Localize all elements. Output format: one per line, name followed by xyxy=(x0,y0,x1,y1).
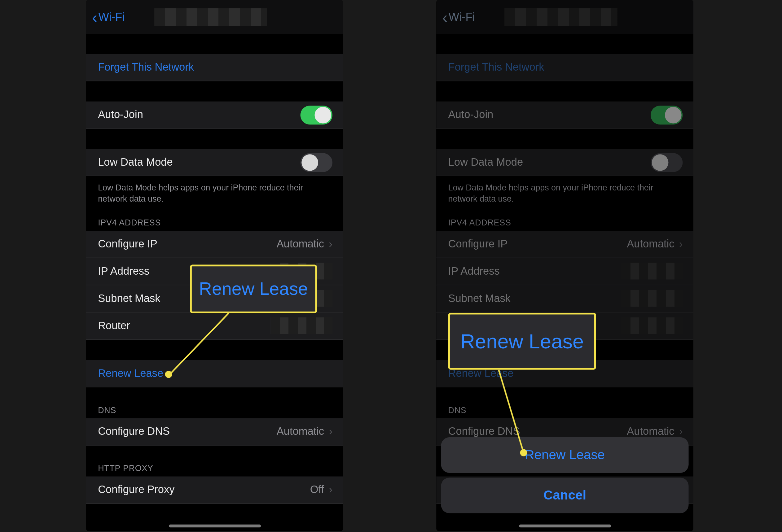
section-header-ipv4: IPV4 ADDRESS xyxy=(86,211,343,231)
sheet-cancel-button[interactable]: Cancel xyxy=(441,478,689,513)
configure-dns-label: Configure DNS xyxy=(98,425,170,438)
phone-left: ‹ Wi-Fi Forget This Network Auto-Join Lo… xyxy=(86,0,343,531)
configure-ip-value: Automatic xyxy=(277,238,324,250)
configure-dns-value: Automatic xyxy=(627,425,674,438)
subnet-mask-cell: Subnet Mask xyxy=(436,285,694,312)
chevron-right-icon: › xyxy=(329,238,332,250)
back-label: Wi-Fi xyxy=(98,10,125,24)
subnet-value-redacted xyxy=(271,290,332,307)
nav-header: ‹ Wi-Fi xyxy=(436,0,694,34)
home-indicator[interactable] xyxy=(169,525,260,528)
renew-lease-label: Renew Lease xyxy=(448,367,514,380)
configure-proxy-cell[interactable]: Configure Proxy Off› xyxy=(86,476,343,503)
configure-ip-label: Configure IP xyxy=(98,238,157,250)
configure-dns-cell[interactable]: Configure DNS Automatic› xyxy=(86,418,343,445)
auto-join-toggle[interactable] xyxy=(651,105,682,124)
forget-network-label: Forget This Network xyxy=(98,61,194,73)
configure-proxy-value: Off xyxy=(310,483,324,496)
configure-dns-value: Automatic xyxy=(277,425,324,438)
forget-network-label: Forget This Network xyxy=(448,61,544,73)
renew-lease-cell[interactable]: Renew Lease xyxy=(436,360,694,387)
chevron-right-icon: › xyxy=(329,483,332,496)
network-name-redacted xyxy=(505,8,617,26)
configure-ip-label: Configure IP xyxy=(448,238,508,250)
low-data-label: Low Data Mode xyxy=(448,156,523,168)
section-header-proxy: HTTP PROXY xyxy=(86,445,343,476)
auto-join-toggle[interactable] xyxy=(300,105,332,124)
section-header-dns: DNS xyxy=(86,387,343,418)
subnet-value-redacted xyxy=(621,290,682,307)
renew-lease-cell[interactable]: Renew Lease xyxy=(86,360,343,387)
low-data-footnote: Low Data Mode helps apps on your iPhone … xyxy=(436,176,694,211)
router-value-redacted xyxy=(621,318,682,335)
section-header-ipv4: IPV4 ADDRESS xyxy=(436,211,694,231)
subnet-label: Subnet Mask xyxy=(98,292,160,305)
action-sheet: Renew Lease Cancel xyxy=(441,437,689,513)
forget-network-cell[interactable]: Forget This Network xyxy=(436,54,694,81)
back-button[interactable]: ‹ Wi-Fi xyxy=(92,9,125,25)
ip-address-cell: IP Address xyxy=(86,258,343,285)
router-label: Router xyxy=(98,319,130,332)
chevron-right-icon: › xyxy=(679,425,682,438)
ip-value-redacted xyxy=(271,263,332,280)
ip-address-label: IP Address xyxy=(448,265,500,277)
sheet-cancel-label: Cancel xyxy=(543,488,586,503)
router-cell: Router xyxy=(86,312,343,340)
auto-join-cell[interactable]: Auto-Join xyxy=(436,102,694,129)
section-header-dns: DNS xyxy=(436,387,694,418)
configure-ip-value: Automatic xyxy=(627,238,674,250)
network-name-redacted xyxy=(154,8,267,26)
low-data-toggle[interactable] xyxy=(300,153,332,172)
subnet-label: Subnet Mask xyxy=(448,292,510,305)
ip-value-redacted xyxy=(621,263,682,280)
low-data-label: Low Data Mode xyxy=(98,156,173,168)
chevron-right-icon: › xyxy=(679,238,682,250)
back-button[interactable]: ‹ Wi-Fi xyxy=(442,9,475,25)
low-data-cell[interactable]: Low Data Mode xyxy=(86,149,343,176)
configure-proxy-label: Configure Proxy xyxy=(98,483,174,496)
router-value-redacted xyxy=(271,318,332,335)
back-label: Wi-Fi xyxy=(449,10,475,24)
configure-ip-cell[interactable]: Configure IP Automatic› xyxy=(436,231,694,258)
subnet-mask-cell: Subnet Mask xyxy=(86,285,343,312)
router-label: Router xyxy=(448,319,481,332)
home-indicator[interactable] xyxy=(519,525,611,528)
auto-join-cell[interactable]: Auto-Join xyxy=(86,102,343,129)
forget-network-cell[interactable]: Forget This Network xyxy=(86,54,343,81)
router-cell: Router xyxy=(436,312,694,340)
sheet-renew-lease-button[interactable]: Renew Lease xyxy=(441,437,689,473)
phone-right: ‹ Wi-Fi Forget This Network Auto-Join Lo… xyxy=(436,0,694,531)
configure-ip-cell[interactable]: Configure IP Automatic› xyxy=(86,231,343,258)
low-data-footnote: Low Data Mode helps apps on your iPhone … xyxy=(86,176,343,211)
chevron-left-icon: ‹ xyxy=(92,9,97,25)
sheet-renew-label: Renew Lease xyxy=(525,448,605,463)
renew-lease-label: Renew Lease xyxy=(98,367,163,380)
low-data-toggle[interactable] xyxy=(651,153,682,172)
low-data-cell[interactable]: Low Data Mode xyxy=(436,149,694,176)
chevron-right-icon: › xyxy=(329,425,332,438)
nav-header: ‹ Wi-Fi xyxy=(86,0,343,34)
ip-address-label: IP Address xyxy=(98,265,149,277)
auto-join-label: Auto-Join xyxy=(98,109,143,121)
configure-dns-label: Configure DNS xyxy=(448,425,520,438)
auto-join-label: Auto-Join xyxy=(448,109,494,121)
ip-address-cell: IP Address xyxy=(436,258,694,285)
chevron-left-icon: ‹ xyxy=(442,9,448,25)
